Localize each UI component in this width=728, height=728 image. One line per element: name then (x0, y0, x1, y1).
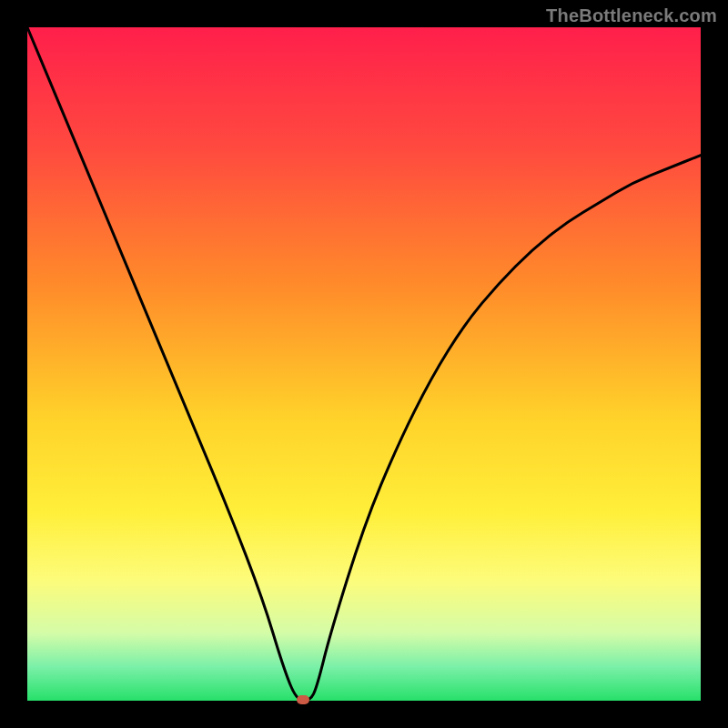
chart-frame: TheBottleneck.com (0, 0, 728, 728)
bottleneck-curve (27, 27, 701, 701)
watermark-text: TheBottleneck.com (546, 5, 717, 26)
optimum-marker (297, 695, 309, 704)
plot-area (27, 27, 701, 701)
